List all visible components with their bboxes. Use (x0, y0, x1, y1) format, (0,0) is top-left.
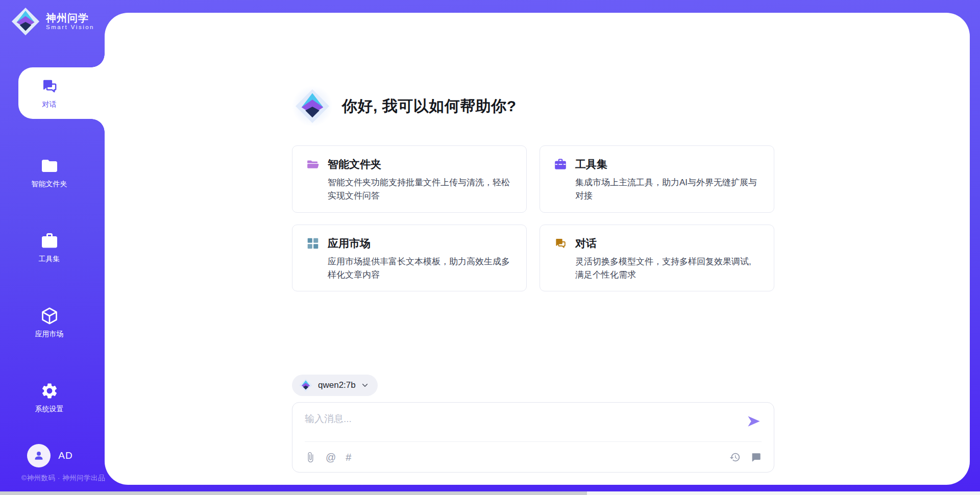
card-title: 应用市场 (328, 236, 371, 251)
card-toolset[interactable]: 工具集 集成市场上主流工具，助力AI与外界无缝扩展与对接 (540, 145, 774, 213)
card-description: 集成市场上主流工具，助力AI与外界无缝扩展与对接 (575, 176, 760, 203)
comment-icon[interactable] (750, 452, 762, 463)
card-title: 对话 (575, 236, 597, 251)
card-title: 工具集 (575, 157, 607, 171)
cube-icon (40, 307, 59, 325)
person-icon (32, 449, 45, 462)
toolbox-icon (40, 232, 59, 250)
model-logo-diamond-icon (299, 379, 312, 392)
feature-cards: 智能文件夹 智能文件夹功能支持批量文件上传与清洗，轻松实现文件问答 工具集 集成… (292, 145, 774, 291)
brand-name-en: Smart Vision (46, 24, 94, 31)
model-name: qwen2:7b (318, 380, 356, 390)
chevron-down-icon (361, 382, 369, 389)
tab-fillet (91, 119, 105, 132)
user-profile[interactable]: AD (0, 444, 100, 467)
sidebar-item-label: 系统设置 (35, 405, 64, 414)
copyright-text: ©神州数码 · 神州问学出品 (21, 474, 105, 483)
card-smart-folder[interactable]: 智能文件夹 智能文件夹功能支持批量文件上传与清洗，轻松实现文件问答 (292, 145, 527, 213)
message-input[interactable] (305, 410, 746, 425)
hero: 你好, 我可以如何帮助你? (292, 86, 774, 127)
chat-bubbles-icon (40, 77, 59, 95)
tab-fillet (91, 54, 105, 67)
sidebar-item-smart-folder[interactable]: 智能文件夹 (0, 142, 105, 194)
user-name: AD (58, 450, 72, 461)
sidebar-item-label: 工具集 (39, 255, 60, 264)
sidebar-item-label: 应用市场 (35, 330, 64, 339)
sidebar-item-settings[interactable]: 系统设置 (0, 367, 105, 419)
hash-icon[interactable]: # (346, 452, 351, 462)
sidebar-item-toolset[interactable]: 工具集 (0, 217, 105, 269)
card-description: 灵活切换多模型文件，支持多样回复效果调试, 满足个性化需求 (575, 255, 760, 282)
sidebar-item-chat[interactable]: 对话 (0, 67, 105, 119)
toolbox-icon (554, 158, 567, 171)
sidebar: 神州问学 Smart Vision 对话 智能文件夹 工具集 应用市场 (0, 0, 105, 495)
sidebar-item-label: 智能文件夹 (32, 180, 67, 189)
brand-name-cn: 神州问学 (46, 12, 94, 24)
brand-logo-diamond-icon (11, 7, 40, 36)
greeting-title: 你好, 我可以如何帮助你? (342, 96, 517, 117)
sidebar-item-label: 对话 (42, 100, 57, 109)
model-selector[interactable]: qwen2:7b (292, 375, 378, 396)
avatar (27, 444, 51, 467)
card-description: 应用市场提供丰富长文本模板，助力高效生成多样化文章内容 (328, 255, 512, 282)
sidebar-item-app-market[interactable]: 应用市场 (0, 292, 105, 344)
folder-open-icon (306, 158, 320, 171)
send-icon[interactable] (746, 414, 762, 428)
card-app-market[interactable]: 应用市场 应用市场提供丰富长文本模板，助力高效生成多样化文章内容 (292, 225, 527, 292)
card-chat[interactable]: 对话 灵活切换多模型文件，支持多样回复效果调试, 满足个性化需求 (540, 225, 774, 292)
mention-icon[interactable]: @ (326, 452, 336, 462)
horizontal-scrollbar[interactable] (0, 491, 980, 495)
main-panel: 你好, 我可以如何帮助你? 智能文件夹 智能文件夹功能支持批量文件上传与清洗，轻… (105, 13, 970, 485)
card-title: 智能文件夹 (328, 157, 381, 171)
app-grid-icon (306, 237, 320, 250)
message-composer: @ # (292, 402, 774, 473)
folder-icon (40, 157, 59, 175)
attach-icon[interactable] (305, 452, 316, 463)
card-description: 智能文件夹功能支持批量文件上传与清洗，轻松实现文件问答 (328, 176, 512, 203)
app-logo-diamond-icon (295, 89, 330, 123)
brand: 神州问学 Smart Vision (0, 0, 105, 36)
gear-icon (40, 382, 59, 400)
sidebar-nav: 对话 智能文件夹 工具集 应用市场 系统设置 (0, 67, 105, 442)
history-icon[interactable] (729, 452, 741, 463)
chat-bubbles-icon (554, 237, 567, 250)
scrollbar-thumb[interactable] (0, 491, 587, 495)
